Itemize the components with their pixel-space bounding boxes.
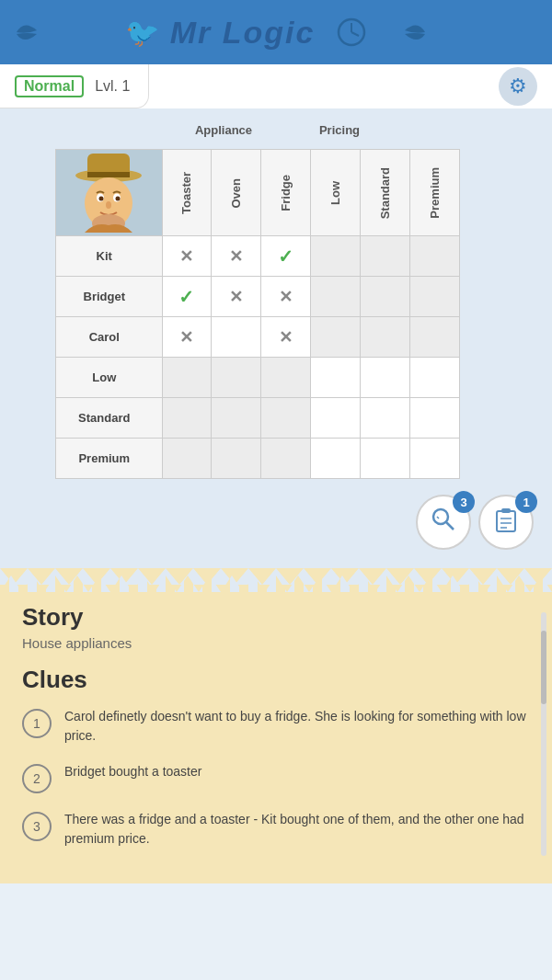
cell-bridget-premium[interactable] [410, 277, 460, 317]
grid-wrapper: Toaster Oven Fridge Low Standard [55, 149, 534, 479]
svg-line-15 [437, 517, 439, 518]
level-text: Lvl. 1 [95, 78, 130, 95]
wings-icon-right [381, 16, 427, 49]
cell-standard-fridge[interactable] [261, 398, 311, 439]
cell-bridget-fridge[interactable]: ✕ [261, 277, 311, 317]
cell-kit-standard[interactable] [361, 236, 410, 277]
cell-premium-standard[interactable] [361, 439, 410, 479]
story-title: Story [22, 603, 530, 632]
clue-item-1: 1 Carol definetly doesn't want to buy a … [22, 707, 530, 746]
cell-standard-toaster[interactable] [162, 398, 212, 439]
cell-bridget-standard[interactable] [361, 277, 410, 317]
clue-number-1: 1 [22, 709, 52, 738]
clipboard-icon [492, 506, 520, 539]
check-icon: ✓ [278, 246, 293, 267]
table-row: Standard [56, 398, 460, 439]
cell-premium-premium[interactable] [410, 439, 460, 479]
cross-icon: ✕ [179, 328, 193, 347]
gear-icon: ⚙ [509, 74, 527, 98]
row-label-standard: Standard [56, 398, 163, 439]
cross-icon: ✕ [229, 288, 243, 306]
cross-icon: ✕ [229, 247, 243, 266]
scroll-thumb [541, 631, 546, 704]
table-row: Premium [56, 439, 460, 479]
clue-text-2: Bridget bought a toaster [64, 762, 201, 781]
cell-kit-oven[interactable]: ✕ [212, 236, 261, 277]
col-header-toaster: Toaster [162, 150, 212, 236]
col-header-oven: Oven [212, 150, 261, 236]
cell-low-oven[interactable] [212, 358, 261, 398]
svg-line-14 [446, 522, 454, 530]
check-icon: ✓ [178, 287, 194, 307]
main-area: Name Pricing Appliance Pricing [0, 108, 552, 568]
cell-standard-premium[interactable] [410, 398, 460, 439]
row-label-carol: Carol [56, 317, 163, 358]
table-row: Carol ✕ ✕ [56, 317, 460, 358]
cell-carol-premium[interactable] [410, 317, 460, 358]
story-section-wrapper: Story House appliances Clues 1 Carol def… [0, 568, 552, 883]
table-row: Kit ✕ ✕ ✓ [56, 236, 460, 277]
col-header-premium: Premium [410, 150, 460, 236]
cross-icon: ✕ [279, 288, 293, 306]
table-row: Bridget ✓ ✕ ✕ [56, 277, 460, 317]
hints-badge: 3 [453, 491, 475, 513]
appliance-label: Appliance [166, 123, 282, 137]
story-subtitle: House appliances [22, 635, 530, 651]
wings-left-icon: 🐦 [125, 17, 159, 49]
cell-carol-toaster[interactable]: ✕ [162, 317, 212, 358]
cell-kit-fridge[interactable]: ✓ [261, 236, 311, 277]
clock-icon [333, 16, 370, 49]
cell-premium-low[interactable] [311, 439, 361, 479]
cell-kit-low[interactable] [311, 236, 361, 277]
settings-button[interactable]: ⚙ [499, 67, 537, 106]
cell-kit-toaster[interactable]: ✕ [162, 236, 212, 277]
row-label-low: Low [56, 358, 163, 398]
search-icon-svg [430, 506, 457, 533]
cell-standard-oven[interactable] [212, 398, 261, 439]
svg-rect-5 [87, 172, 130, 177]
col-header-standard: Standard [361, 150, 410, 236]
cell-standard-standard[interactable] [361, 398, 410, 439]
cell-low-premium[interactable] [410, 358, 460, 398]
cell-carol-oven[interactable] [212, 317, 261, 358]
cell-bridget-oven[interactable]: ✕ [212, 277, 261, 317]
svg-point-11 [106, 201, 111, 209]
cell-low-standard[interactable] [361, 358, 410, 398]
cell-carol-standard[interactable] [361, 317, 410, 358]
cell-premium-oven[interactable] [212, 439, 261, 479]
detective-avatar [67, 150, 150, 233]
cell-carol-low[interactable] [311, 317, 361, 358]
cross-icon: ✕ [279, 328, 293, 347]
hints-button[interactable]: 3 [416, 495, 471, 550]
cell-low-fridge[interactable] [261, 358, 311, 398]
cell-low-toaster[interactable] [162, 358, 212, 398]
svg-rect-17 [501, 508, 511, 513]
wings-icon-left [15, 16, 61, 49]
svg-point-9 [99, 197, 104, 201]
checklist-badge: 1 [515, 491, 537, 513]
scrollbar[interactable] [541, 612, 546, 856]
cell-premium-toaster[interactable] [162, 439, 212, 479]
cell-kit-premium[interactable] [410, 236, 460, 277]
cross-icon: ✕ [179, 247, 193, 266]
cell-premium-fridge[interactable] [261, 439, 311, 479]
clue-item-3: 3 There was a fridge and a toaster - Kit… [22, 810, 530, 849]
cell-carol-fridge[interactable]: ✕ [261, 317, 311, 358]
difficulty-badge: Normal [15, 75, 84, 97]
level-bar: Normal Lvl. 1 ⚙ [0, 64, 552, 108]
clue-text-1: Carol definetly doesn't want to buy a fr… [64, 707, 530, 746]
checklist-button[interactable]: 1 [478, 495, 534, 550]
header-logo: 🐦 Mr Logic [125, 15, 428, 51]
cell-low-low[interactable] [311, 358, 361, 398]
row-label-kit: Kit [56, 236, 163, 277]
row-label-premium: Premium [56, 439, 163, 479]
story-section: Story House appliances Clues 1 Carol def… [0, 585, 552, 883]
cell-bridget-toaster[interactable]: ✓ [162, 277, 212, 317]
row-label-bridget: Bridget [56, 277, 163, 317]
cell-standard-low[interactable] [311, 398, 361, 439]
clue-item-2: 2 Bridget bought a toaster [22, 762, 530, 793]
clue-number-3: 3 [22, 812, 52, 841]
cell-bridget-low[interactable] [311, 277, 361, 317]
clues-title: Clues [22, 666, 530, 694]
col-header-fridge: Fridge [261, 150, 311, 236]
